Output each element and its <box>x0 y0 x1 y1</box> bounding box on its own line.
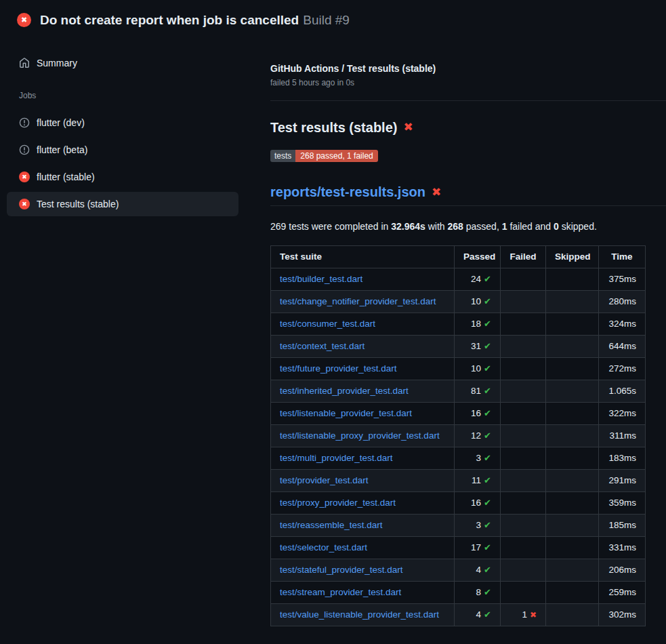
summary-failed-count: 1 <box>502 221 507 232</box>
column-header-time: Time <box>599 246 646 268</box>
test-suite-link[interactable]: test/reassemble_test.dart <box>280 520 383 530</box>
failed-cell: ✖ <box>501 470 546 492</box>
skipped-cell <box>546 604 599 626</box>
passed-count: 8 <box>476 587 482 597</box>
time-cell: 259ms <box>599 582 646 604</box>
passed-cell: 4✔ <box>455 559 501 582</box>
table-row: test/value_listenable_provider_test.dart… <box>271 604 646 626</box>
test-suite-link[interactable]: test/consumer_test.dart <box>280 319 375 329</box>
suite-cell: test/stream_provider_test.dart <box>271 582 455 604</box>
time-cell: 311ms <box>599 425 646 447</box>
jobs-section-label: Jobs <box>19 90 238 101</box>
sidebar-item-label: flutter (beta) <box>37 144 87 155</box>
time-cell: 280ms <box>599 291 646 313</box>
skipped-cell <box>546 336 599 358</box>
table-row: test/inherited_provider_test.dart 81✔ ✖ … <box>271 380 646 403</box>
time-cell: 644ms <box>599 336 646 358</box>
test-suite-link[interactable]: test/provider_test.dart <box>280 475 369 485</box>
check-icon: ✔ <box>484 386 491 396</box>
passed-cell: 12✔ <box>455 425 501 447</box>
summary-prefix: 269 tests were completed in <box>270 221 391 232</box>
sidebar-item-test-results-stable[interactable]: ✖ Test results (stable) <box>7 192 238 216</box>
passed-cell: 18✔ <box>455 313 501 336</box>
suite-cell: test/value_listenable_provider_test.dart <box>271 604 455 626</box>
column-header-passed: Passed <box>455 246 501 268</box>
check-icon: ✔ <box>484 363 491 374</box>
table-row: test/builder_test.dart 24✔ ✖ 375ms <box>271 268 646 291</box>
test-suite-link[interactable]: test/stateful_provider_test.dart <box>280 565 403 575</box>
test-suite-link[interactable]: test/value_listenable_provider_test.dart <box>280 609 439 620</box>
skipped-cell <box>546 313 599 336</box>
test-suite-link[interactable]: test/listenable_provider_test.dart <box>280 408 412 418</box>
column-header-test-suite: Test suite <box>271 246 455 268</box>
summary-text: with <box>425 221 448 232</box>
table-row: test/multi_provider_test.dart 3✔ ✖ 183ms <box>271 447 646 470</box>
skipped-cell <box>546 559 599 582</box>
time-cell: 359ms <box>599 492 646 515</box>
passed-count: 10 <box>471 296 481 306</box>
failed-cell: ✖ <box>501 380 546 403</box>
time-cell: 324ms <box>599 313 646 336</box>
test-suite-link[interactable]: test/context_test.dart <box>280 341 365 351</box>
badge-label: tests <box>270 150 295 162</box>
summary-text: failed and <box>507 221 554 232</box>
summary-skipped-count: 0 <box>554 221 559 232</box>
sidebar-item-flutter-dev[interactable]: flutter (dev) <box>7 109 238 136</box>
suite-cell: test/listenable_proxy_provider_test.dart <box>271 425 455 447</box>
test-suite-link[interactable]: test/future_provider_test.dart <box>280 363 397 374</box>
check-icon: ✔ <box>484 453 491 463</box>
suite-cell: test/inherited_provider_test.dart <box>271 380 455 403</box>
summary-text: skipped. <box>559 221 597 232</box>
passed-count: 16 <box>471 498 481 508</box>
suite-cell: test/future_provider_test.dart <box>271 358 455 380</box>
failed-x-icon: ✖ <box>403 119 413 136</box>
test-suite-link[interactable]: test/builder_test.dart <box>280 274 362 284</box>
cross-icon: ✖ <box>530 610 537 620</box>
sidebar-item-flutter-beta[interactable]: flutter (beta) <box>7 136 238 163</box>
test-suite-link[interactable]: test/selector_test.dart <box>280 542 367 552</box>
sidebar-item-flutter-stable[interactable]: ✖ flutter (stable) <box>7 163 238 190</box>
skipped-cell <box>546 358 599 380</box>
suite-cell: test/selector_test.dart <box>271 537 455 559</box>
table-row: test/stream_provider_test.dart 8✔ ✖ 259m… <box>271 582 646 604</box>
failed-cell: ✖ <box>501 537 546 559</box>
skipped-cell <box>546 515 599 537</box>
suite-cell: test/stateful_provider_test.dart <box>271 559 455 582</box>
suite-cell: test/builder_test.dart <box>271 268 455 291</box>
check-icon: ✔ <box>484 542 491 552</box>
passed-cell: 8✔ <box>455 582 501 604</box>
check-icon: ✔ <box>484 565 491 575</box>
passed-cell: 3✔ <box>455 515 501 537</box>
passed-cell: 11✔ <box>455 470 501 492</box>
badge-value: 268 passed, 1 failed <box>295 150 377 162</box>
passed-count: 12 <box>471 430 481 441</box>
passed-count: 11 <box>472 475 481 485</box>
passed-count: 10 <box>471 363 481 374</box>
report-file-link[interactable]: reports/test-results.json <box>270 184 425 201</box>
test-suite-link[interactable]: test/inherited_provider_test.dart <box>280 386 409 396</box>
test-suite-link[interactable]: test/change_notifier_provider_test.dart <box>280 296 436 306</box>
test-suite-link[interactable]: test/listenable_proxy_provider_test.dart <box>280 430 440 441</box>
skipped-cell <box>546 470 599 492</box>
sidebar-item-summary[interactable]: Summary <box>7 49 238 77</box>
check-icon: ✔ <box>484 274 491 284</box>
sidebar-item-label: flutter (stable) <box>37 172 95 182</box>
test-suite-link[interactable]: test/stream_provider_test.dart <box>280 587 401 597</box>
check-icon: ✔ <box>484 587 491 597</box>
run-title: Do not create report when job is cancell… <box>40 13 299 27</box>
suite-cell: test/reassemble_test.dart <box>271 515 455 537</box>
test-suite-link[interactable]: test/multi_provider_test.dart <box>280 453 393 463</box>
failed-cell: ✖ <box>501 447 546 470</box>
sidebar: Summary Jobs flutter (dev) flutter (beta… <box>0 39 257 218</box>
table-row: test/reassemble_test.dart 3✔ ✖ 185ms <box>271 515 646 537</box>
passed-cell: 24✔ <box>455 268 501 291</box>
time-cell: 183ms <box>599 447 646 470</box>
passed-count: 31 <box>471 341 481 351</box>
table-row: test/proxy_provider_test.dart 16✔ ✖ 359m… <box>271 492 646 515</box>
failed-cell: ✖ <box>501 268 546 291</box>
suite-cell: test/listenable_provider_test.dart <box>271 403 455 425</box>
passed-count: 17 <box>471 542 481 552</box>
table-header-row: Test suite Passed Failed Skipped Time <box>271 246 646 268</box>
test-suite-link[interactable]: test/proxy_provider_test.dart <box>280 498 396 508</box>
skipped-cell <box>546 403 599 425</box>
